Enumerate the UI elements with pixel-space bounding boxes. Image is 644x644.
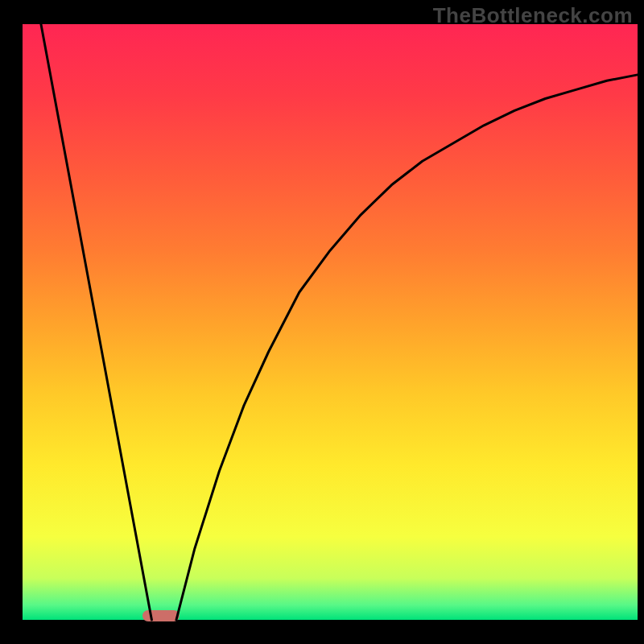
bottleneck-chart — [0, 0, 644, 644]
chart-frame: TheBottleneck.com — [0, 0, 644, 644]
minimum-marker — [142, 610, 180, 621]
gradient-background — [23, 24, 638, 620]
watermark-text: TheBottleneck.com — [433, 3, 633, 28]
